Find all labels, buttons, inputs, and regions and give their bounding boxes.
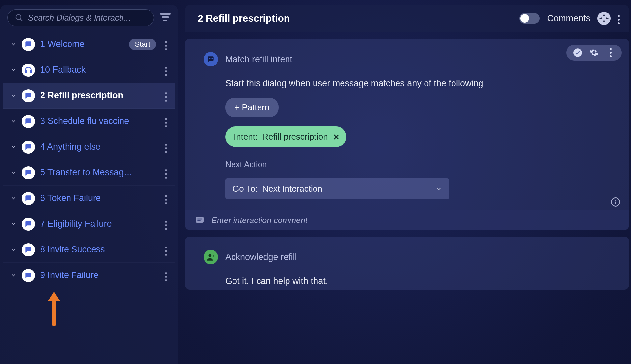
chat-icon xyxy=(22,243,35,256)
chat-icon xyxy=(22,192,35,205)
search-icon xyxy=(15,13,23,22)
help-icon[interactable] xyxy=(597,12,611,25)
item-menu-button[interactable] xyxy=(161,193,171,204)
sidebar: 1 Welcome Start 10 Fallback 2 Refill pre… xyxy=(0,5,178,364)
sidebar-item-transfer[interactable]: 5 Transfer to Messag… xyxy=(3,160,175,186)
chevron-down-icon xyxy=(11,41,16,47)
svg-point-5 xyxy=(602,16,606,21)
main: 2 Refill prescription Comments xyxy=(185,5,631,364)
sidebar-item-token-failure[interactable]: 6 Token Failure xyxy=(3,186,175,211)
chevron-down-icon xyxy=(11,273,16,278)
chevron-down-icon xyxy=(435,186,442,192)
sidebar-item-fallback[interactable]: 10 Fallback xyxy=(3,57,175,83)
chevron-down-icon xyxy=(11,67,16,73)
start-badge: Start xyxy=(129,39,156,50)
main-menu-button[interactable] xyxy=(618,13,620,24)
sidebar-item-label: 8 Invite Success xyxy=(40,245,156,255)
card-head: Match refill intent xyxy=(204,52,611,66)
sidebar-item-label: 4 Anything else xyxy=(40,142,156,152)
main-header: 2 Refill prescription Comments xyxy=(185,5,629,32)
next-action-label: Next Action xyxy=(225,160,611,169)
item-menu-button[interactable] xyxy=(161,90,171,102)
card-menu-button[interactable] xyxy=(606,48,615,57)
intent-card: Match refill intent Start this dialog wh… xyxy=(185,39,629,230)
item-menu-button[interactable] xyxy=(161,167,171,179)
chat-icon xyxy=(22,89,35,102)
chevron-down-icon xyxy=(11,247,16,253)
item-menu-button[interactable] xyxy=(161,39,171,50)
sidebar-item-eligibility-failure[interactable]: 7 Eligibility Failure xyxy=(3,211,175,237)
annotation-arrow-icon xyxy=(48,290,61,329)
chevron-down-icon xyxy=(11,144,16,150)
sidebar-item-label: 7 Eligibility Failure xyxy=(40,219,156,229)
card-actions xyxy=(566,45,622,61)
headset-icon xyxy=(22,64,35,77)
next-action-select[interactable]: Go To: Next Interaction xyxy=(225,178,449,199)
svg-point-18 xyxy=(209,254,212,257)
svg-rect-3 xyxy=(30,70,31,73)
chevron-down-icon xyxy=(11,118,16,124)
svg-rect-15 xyxy=(196,217,204,223)
chat-icon xyxy=(22,269,35,282)
item-menu-button[interactable] xyxy=(161,64,171,76)
sidebar-item-label: 1 Welcome xyxy=(40,39,124,49)
sidebar-item-label: 10 Fallback xyxy=(40,65,156,75)
speech-bubble-icon xyxy=(204,52,218,66)
sidebar-item-invite-failure[interactable]: 9 Invite Failure xyxy=(3,263,175,288)
svg-point-8 xyxy=(211,58,212,59)
app-root: 1 Welcome Start 10 Fallback 2 Refill pre… xyxy=(0,0,631,364)
comment-row[interactable]: Enter interaction comment xyxy=(185,210,629,230)
sidebar-item-anything-else[interactable]: 4 Anything else xyxy=(3,134,175,160)
comment-placeholder: Enter interaction comment xyxy=(211,216,308,225)
comments-toggle[interactable] xyxy=(519,13,540,24)
sidebar-item-label: 5 Transfer to Messag… xyxy=(40,168,156,178)
page-title: 2 Refill prescription xyxy=(198,13,512,24)
acknowledge-card-title: Acknowledge refill xyxy=(225,252,297,262)
sidebar-item-invite-success[interactable]: 8 Invite Success xyxy=(3,237,175,263)
item-menu-button[interactable] xyxy=(161,218,171,230)
chevron-down-icon xyxy=(11,170,16,176)
intent-chip-prefix: Intent: xyxy=(234,132,258,142)
sidebar-item-welcome[interactable]: 1 Welcome Start xyxy=(3,32,175,57)
add-pattern-button[interactable]: + Pattern xyxy=(225,98,279,117)
svg-rect-2 xyxy=(25,70,26,73)
sidebar-item-label: 2 Refill prescription xyxy=(40,91,156,101)
search-wrap[interactable] xyxy=(7,9,154,26)
chevron-down-icon xyxy=(11,221,16,227)
remove-chip-icon[interactable] xyxy=(333,133,340,141)
intent-chip-value: Refill prescription xyxy=(262,132,328,142)
item-menu-button[interactable] xyxy=(161,116,171,127)
chat-icon xyxy=(22,141,35,154)
acknowledge-card: Acknowledge refill Got it. I can help wi… xyxy=(185,237,629,290)
chevron-down-icon xyxy=(11,93,16,99)
sidebar-item-refill-prescription[interactable]: 2 Refill prescription xyxy=(3,83,175,109)
comment-icon xyxy=(194,215,205,225)
card-head: Acknowledge refill xyxy=(204,250,611,264)
sidebar-item-schedule-flu[interactable]: 3 Schedule flu vaccine xyxy=(3,109,175,134)
user-speaking-icon xyxy=(204,250,218,264)
svg-point-0 xyxy=(16,15,21,20)
svg-line-1 xyxy=(20,19,22,21)
sidebar-item-label: 9 Invite Failure xyxy=(40,270,156,280)
info-icon[interactable] xyxy=(611,197,620,207)
select-value: Next Interaction xyxy=(262,184,322,194)
acknowledge-text: Got it. I can help with that. xyxy=(204,276,611,286)
item-menu-button[interactable] xyxy=(161,270,171,281)
intent-chip: Intent: Refill prescription xyxy=(225,126,346,147)
sidebar-item-label: 6 Token Failure xyxy=(40,193,156,203)
intent-description: Start this dialog when user message matc… xyxy=(225,78,611,89)
chat-icon xyxy=(22,218,35,231)
search-input[interactable] xyxy=(28,13,147,23)
item-menu-button[interactable] xyxy=(161,244,171,256)
check-icon[interactable] xyxy=(573,48,582,57)
chevron-down-icon xyxy=(11,195,16,201)
filter-icon[interactable] xyxy=(160,13,171,22)
item-menu-button[interactable] xyxy=(161,141,171,153)
select-prefix: Go To: xyxy=(233,184,258,194)
chat-icon xyxy=(22,115,35,128)
svg-point-7 xyxy=(209,58,210,59)
dialog-list: 1 Welcome Start 10 Fallback 2 Refill pre… xyxy=(3,32,175,288)
gear-icon[interactable] xyxy=(590,48,599,57)
chat-icon xyxy=(22,166,35,179)
comments-label: Comments xyxy=(547,13,590,24)
